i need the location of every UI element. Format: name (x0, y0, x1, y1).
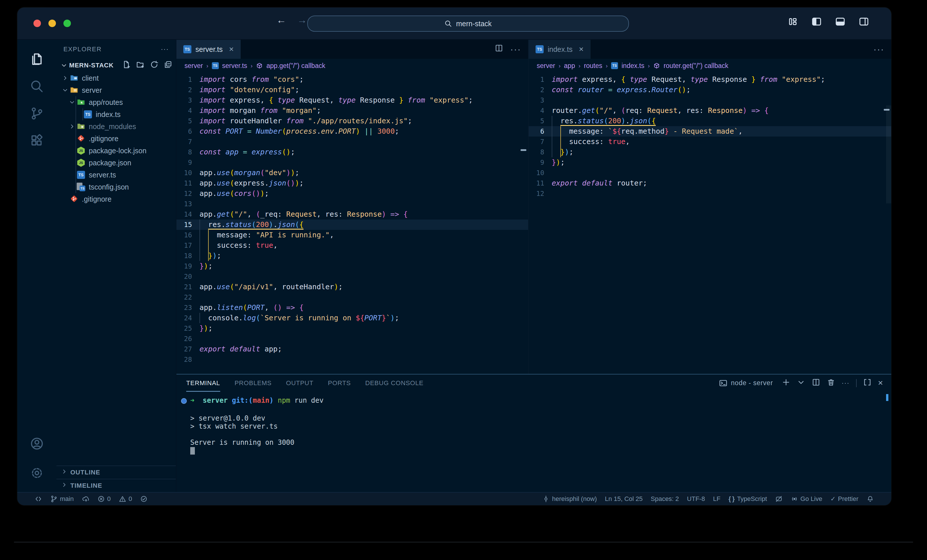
breadcrumb-item[interactable]: routes (584, 62, 602, 70)
code-line[interactable]: 12app.use(cors()); (176, 188, 528, 199)
minimize-window-button[interactable] (49, 20, 56, 27)
breadcrumb-item[interactable]: app (564, 62, 575, 70)
code-line[interactable]: 27export default app; (176, 344, 528, 354)
code-line[interactable]: 5import routeHandler from "./app/routes/… (176, 116, 528, 126)
notifications[interactable] (866, 495, 874, 503)
panel-tab-terminal[interactable]: TERMINAL (186, 375, 220, 392)
tree-item-tsconfig-json[interactable]: TStsconfig.json (56, 181, 176, 193)
chevron-down-icon[interactable] (797, 378, 805, 388)
panel-tab-debug-console[interactable]: DEBUG CONSOLE (365, 375, 424, 392)
new-folder-icon[interactable] (136, 60, 145, 71)
code-line[interactable]: 19}); (176, 261, 528, 272)
tree-item-server[interactable]: server (56, 84, 176, 96)
code-line[interactable]: 8 }); (529, 147, 891, 157)
panel-tab-output[interactable]: OUTPUT (286, 375, 313, 392)
back-button[interactable]: ← (275, 14, 287, 26)
close-tab-icon[interactable]: × (229, 45, 234, 54)
prettier-status[interactable]: ✓Prettier (830, 495, 859, 503)
terminal-selector[interactable]: node - server (719, 379, 773, 387)
panel-tab-ports[interactable]: PORTS (328, 375, 351, 392)
maximize-icon[interactable] (863, 378, 872, 388)
code-line[interactable]: 15 res.status(200).json({ (176, 220, 528, 230)
section-timeline[interactable]: TIMELINE (56, 479, 176, 492)
activity-source-control[interactable] (24, 101, 50, 126)
code-line[interactable]: 9}); (529, 157, 891, 168)
split-editor-icon[interactable] (495, 44, 503, 55)
tab-server.ts[interactable]: TSserver.ts× (176, 40, 241, 59)
code-line[interactable]: 16 message: "API is running.", (176, 230, 528, 240)
copilot-status[interactable] (775, 495, 783, 503)
tab-index.ts[interactable]: TSindex.ts× (529, 40, 591, 59)
git-branch[interactable]: main (50, 495, 74, 503)
activity-extensions[interactable] (24, 128, 50, 153)
indentation[interactable]: Spaces: 2 (650, 495, 679, 503)
code-line[interactable]: 12 (529, 188, 891, 199)
tree-item-index-ts[interactable]: TSindex.ts (56, 108, 176, 120)
code-line[interactable]: 21app.use("/api/v1", routeHandler); (176, 282, 528, 292)
code-line[interactable]: 6 message: `${req.method} - Request made… (529, 126, 891, 137)
workspace-section-header[interactable]: MERN-STACK (56, 59, 176, 72)
code-line[interactable]: 10 (529, 168, 891, 178)
code-line[interactable]: 7 (176, 137, 528, 147)
toggle-secondary-sidebar-icon[interactable] (859, 16, 869, 29)
code-line[interactable]: 11export default router; (529, 178, 891, 188)
breadcrumb-item[interactable]: router.get("/") callback (664, 62, 728, 70)
code-line[interactable]: 11app.use(express.json()); (176, 178, 528, 188)
code-line[interactable]: 22 (176, 292, 528, 302)
code-line[interactable]: 17 success: true, (176, 240, 528, 250)
code-line[interactable]: 9 (176, 157, 528, 168)
toggle-panel-icon[interactable] (835, 16, 846, 29)
collapse-all-icon[interactable] (164, 60, 172, 71)
tree-item-package-lock-json[interactable]: JSpackage-lock.json (56, 145, 176, 157)
code-line[interactable]: 14app.get("/", (_req: Request, res: Resp… (176, 209, 528, 220)
encoding[interactable]: UTF-8 (687, 495, 705, 503)
refresh-icon[interactable] (150, 60, 158, 71)
code-line[interactable]: 18 }); (176, 250, 528, 261)
forward-button[interactable]: → (296, 14, 308, 26)
code-line[interactable]: 23app.listen(PORT, () => { (176, 302, 528, 313)
split-icon[interactable] (812, 378, 821, 388)
language-mode[interactable]: { }TypeScript (728, 495, 767, 503)
breadcrumb-item[interactable]: index.ts (622, 62, 644, 70)
warning-count[interactable]: 0 (119, 495, 132, 503)
code-line[interactable]: 7 success: true, (529, 137, 891, 147)
activity-search[interactable] (24, 74, 50, 99)
code-line[interactable]: 2const router = express.Router(); (529, 85, 891, 95)
toggle-primary-sidebar-icon[interactable] (811, 16, 822, 29)
breadcrumb-item[interactable]: server (184, 62, 203, 70)
tree-item--gitignore[interactable]: .gitignore (56, 132, 176, 145)
tree-item-client[interactable]: client (56, 72, 176, 84)
code-line[interactable]: 1import cors from "cors"; (176, 74, 528, 85)
tree-item--gitignore[interactable]: .gitignore (56, 193, 176, 205)
breadcrumb-item[interactable]: server.ts (222, 62, 247, 70)
close-window-button[interactable] (33, 20, 41, 27)
command-decoration-icon[interactable] (181, 398, 187, 404)
error-count[interactable]: 0 (97, 495, 111, 503)
editor-scrollbar[interactable] (886, 105, 891, 203)
tree-item-package-json[interactable]: JSpackage.json (56, 157, 176, 169)
code-line[interactable]: 6const PORT = Number(process.env.PORT) |… (176, 126, 528, 137)
blame-annotation[interactable]: hereisphil (now) (542, 495, 597, 503)
code-line[interactable]: 8const app = express(); (176, 147, 528, 157)
code-editor[interactable]: 1import express, { type Request, type Re… (529, 73, 891, 374)
new-terminal-icon[interactable] (782, 378, 790, 388)
tree-item-node-modules[interactable]: node_modules (56, 120, 176, 132)
eol[interactable]: LF (713, 495, 720, 503)
code-line[interactable]: 5 res.status(200).json({ (529, 116, 891, 126)
code-line[interactable]: 26 (176, 334, 528, 344)
breadcrumb-item[interactable]: app.get("/") callback (266, 62, 325, 70)
more-icon[interactable]: ··· (873, 44, 884, 55)
code-line[interactable]: 20 (176, 272, 528, 282)
close-icon[interactable]: × (878, 378, 883, 387)
activity-settings[interactable] (24, 460, 50, 486)
code-line[interactable]: 28 (176, 354, 528, 365)
code-line[interactable]: 3import express, { type Request, type Re… (176, 95, 528, 105)
code-line[interactable]: 2import "dotenv/config"; (176, 85, 528, 95)
breadcrumb-item[interactable]: server (537, 62, 555, 70)
close-tab-icon[interactable]: × (579, 45, 584, 54)
code-line[interactable]: 24 console.log(`Server is running on ${P… (176, 313, 528, 323)
code-line[interactable]: 1import express, { type Request, type Re… (529, 74, 891, 85)
task-status[interactable] (140, 495, 147, 503)
tree-item-app-routes[interactable]: app/routes (56, 96, 176, 108)
section-outline[interactable]: OUTLINE (56, 466, 176, 479)
